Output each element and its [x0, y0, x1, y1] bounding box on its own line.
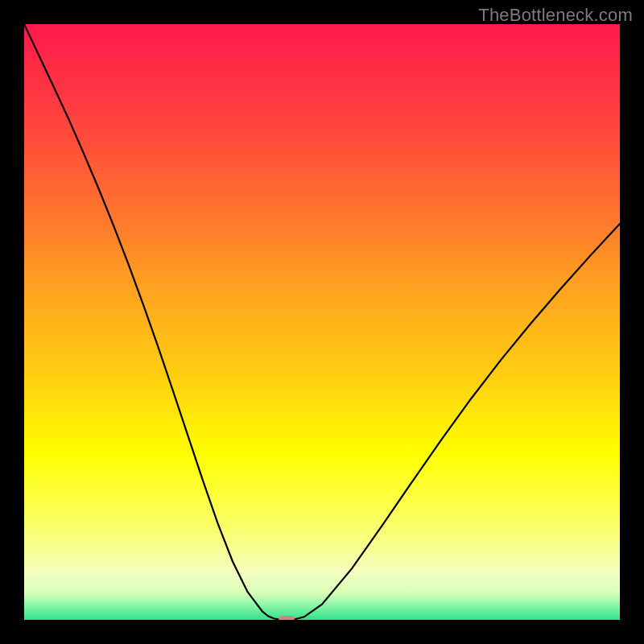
optimal-marker	[279, 616, 295, 620]
watermark-text: TheBottleneck.com	[478, 5, 633, 26]
chart-frame: TheBottleneck.com	[0, 0, 644, 644]
chart-plot-area	[24, 24, 620, 620]
chart-svg	[24, 24, 620, 620]
chart-background	[24, 24, 620, 620]
